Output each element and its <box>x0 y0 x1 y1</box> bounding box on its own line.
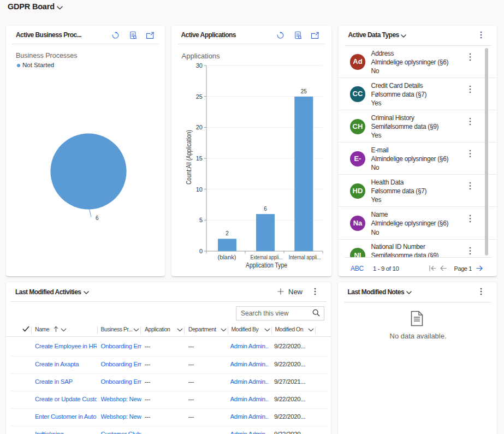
svg-text:25: 25 <box>300 88 307 94</box>
svg-text:Application Type: Application Type <box>246 261 287 269</box>
svg-text:(blank): (blank) <box>217 254 236 260</box>
svg-text:15: 15 <box>195 155 202 162</box>
svg-text:10: 10 <box>195 186 202 193</box>
svg-text:Count:All (Application): Count:All (Application) <box>185 130 193 185</box>
svg-text:30: 30 <box>195 62 202 69</box>
svg-text:5: 5 <box>199 217 202 223</box>
svg-text:Internal appli...: Internal appli... <box>288 254 321 260</box>
svg-text:External appli...: External appli... <box>250 254 282 260</box>
svg-text:6: 6 <box>96 215 99 221</box>
svg-text:6: 6 <box>264 206 267 212</box>
svg-text:25: 25 <box>195 93 202 100</box>
svg-text:2: 2 <box>226 230 229 236</box>
svg-text:20: 20 <box>195 124 202 130</box>
svg-text:0: 0 <box>199 248 202 254</box>
